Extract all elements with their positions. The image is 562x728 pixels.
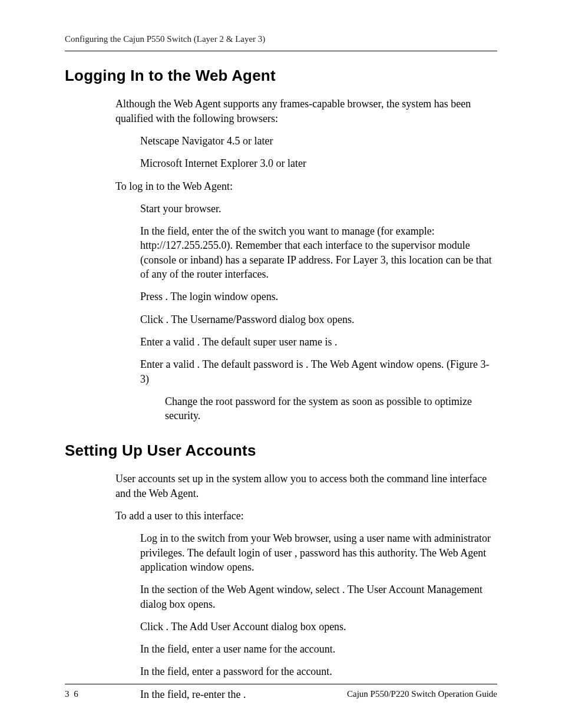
section2-intro: User accounts set up in the system allow… [115,472,497,500]
login-lead: To log in to the Web Agent: [115,179,497,193]
rule-top [65,51,497,51]
heading-user-accounts: Setting Up User Accounts [65,440,497,461]
page-number: 3 6 [65,688,80,700]
guide-title: Cajun P550/P220 Switch Operation Guide [347,688,497,700]
section1-body: Although the Web Agent supports any fram… [115,97,497,386]
section1-intro: Although the Web Agent supports any fram… [115,97,497,126]
page-footer: 3 6 Cajun P550/P220 Switch Operation Gui… [65,684,497,700]
step: In the field, enter a user name for the … [140,642,497,656]
step: Enter a valid . The default super user n… [140,335,497,349]
browser-item: Netscape Navigator 4.5 or later [140,134,497,148]
browser-item: Microsoft Internet Explorer 3.0 or later [140,156,497,170]
step: Log in to the switch from your Web brows… [140,531,497,574]
add-user-steps: Log in to the switch from your Web brows… [140,531,497,701]
step: Enter a valid . The default password is … [140,357,497,386]
step: Press . The login window opens. [140,289,497,304]
step: Start your browser. [140,202,497,216]
login-steps: Start your browser. In the field, enter … [140,202,497,386]
add-user-lead: To add a user to this interface: [115,509,497,523]
running-head: Configuring the Cajun P550 Switch (Layer… [65,33,497,45]
browser-list: Netscape Navigator 4.5 or later Microsof… [140,134,497,171]
heading-logging-in: Logging In to the Web Agent [65,65,497,86]
step: Click . The Username/Password dialog box… [140,312,497,327]
step: In the section of the Web Agent window, … [140,582,497,611]
rule-bottom [65,684,497,684]
step: In the field, enter the of the switch yo… [140,224,497,281]
section2-body: User accounts set up in the system allow… [115,472,497,701]
step: In the field, enter a password for the a… [140,664,497,678]
step: Click . The Add User Account dialog box … [140,620,497,634]
security-note: Change the root password for the system … [165,394,497,423]
page: Configuring the Cajun P550 Switch (Layer… [0,0,562,728]
